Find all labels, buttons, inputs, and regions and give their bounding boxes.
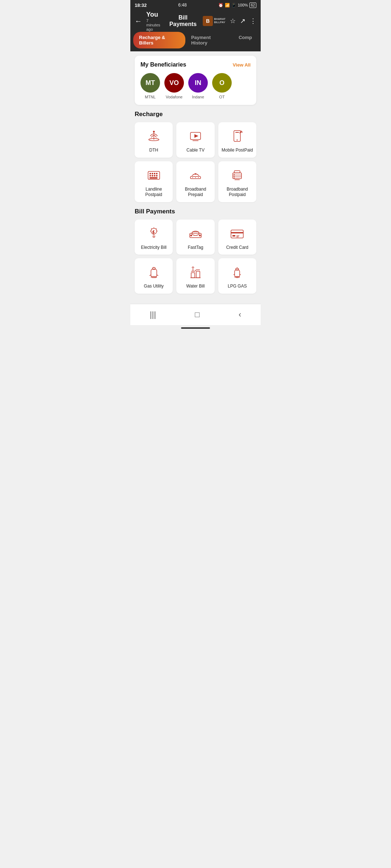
avatar-other: O <box>212 73 232 93</box>
battery-percent: 100% <box>238 3 248 7</box>
star-icon[interactable]: ☆ <box>230 17 236 25</box>
waterbill-icon <box>188 264 203 280</box>
bharat-b-icon: B <box>203 16 213 26</box>
beneficiary-name-vodafone: Vodafone <box>166 95 183 99</box>
dth-icon <box>146 128 162 144</box>
beneficiary-other[interactable]: O OT <box>212 73 232 99</box>
svg-rect-14 <box>156 173 157 174</box>
bharat-text: BHARATBILLPAY <box>214 18 226 24</box>
recharge-cabletv[interactable]: Cable TV <box>176 122 214 158</box>
svg-rect-12 <box>152 173 153 174</box>
battery-box: 62 <box>249 3 256 8</box>
svg-rect-55 <box>151 269 157 277</box>
svg-point-7 <box>237 140 238 141</box>
bbpostpaid-label: Broadband Postpaid <box>221 187 253 198</box>
bottom-indicator <box>181 327 210 329</box>
user-name: You <box>146 11 163 18</box>
svg-marker-4 <box>194 134 198 138</box>
recharge-mobilepostpaid[interactable]: Mobile PostPaid <box>218 122 256 158</box>
billpayments-section-title: Bill Payments <box>135 208 256 215</box>
svg-rect-19 <box>150 177 157 179</box>
recharge-dth[interactable]: DTH <box>135 122 173 158</box>
svg-rect-69 <box>236 268 239 270</box>
recharge-landline[interactable]: Landline Postpaid <box>135 161 173 202</box>
landline-label: Landline Postpaid <box>138 187 170 198</box>
recharge-bbpostpaid[interactable]: Broadband Postpaid <box>218 161 256 202</box>
svg-rect-18 <box>156 175 157 176</box>
svg-rect-56 <box>152 268 155 269</box>
bbpostpaid-icon <box>229 167 245 183</box>
billpay-electricity[interactable]: Electricity Bill <box>135 220 173 255</box>
beneficiary-vodafone[interactable]: VO Vodafone <box>164 73 184 99</box>
billpay-waterbill[interactable]: Water Bill <box>176 258 214 294</box>
svg-rect-52 <box>232 235 235 237</box>
tab-comp[interactable]: Comp <box>233 32 258 48</box>
bottom-nav: ||| □ ‹ <box>130 304 261 325</box>
cabletv-icon <box>188 128 203 144</box>
lpggas-icon <box>229 264 245 280</box>
svg-point-2 <box>153 131 155 133</box>
header-actions: B BHARATBILLPAY ☆ ↗ ⋮ <box>203 16 256 26</box>
svg-rect-62 <box>196 271 200 278</box>
recharge-bbprepaid[interactable]: Broadband Prepaid <box>176 161 214 202</box>
user-time: 7 minutes ago <box>146 18 163 31</box>
waterbill-label: Water Bill <box>186 284 205 289</box>
alarm-icon: ⏰ <box>218 3 223 8</box>
billpayments-grid: Electricity Bill FastTag <box>135 220 256 294</box>
tabs: Recharge & Billers Payment History Comp <box>130 32 261 51</box>
svg-line-39 <box>151 228 152 229</box>
svg-rect-17 <box>154 175 155 176</box>
svg-rect-15 <box>150 175 151 176</box>
lpggas-label: LPG GAS <box>228 284 247 289</box>
mobilepostpaid-icon <box>229 128 245 144</box>
svg-line-64 <box>195 270 196 271</box>
svg-point-46 <box>190 234 192 236</box>
bottom-home-button[interactable]: □ <box>189 309 205 321</box>
avatar-indane: IN <box>188 73 208 93</box>
tab-payment-history[interactable]: Payment History <box>185 32 233 48</box>
svg-point-25 <box>198 177 199 178</box>
cabletv-label: Cable TV <box>186 148 205 153</box>
gasutility-icon <box>146 264 162 280</box>
header: ← You 7 minutes ago Bill Payments B BHAR… <box>130 10 261 32</box>
avatar-vodafone: VO <box>164 73 184 93</box>
tab-recharge-billers[interactable]: Recharge & Billers <box>133 32 185 48</box>
billpay-fasttag[interactable]: FastTag <box>176 220 214 255</box>
beneficiary-mtnl[interactable]: MT MTNL <box>140 73 160 99</box>
header-user: You 7 minutes ago <box>146 11 163 31</box>
beneficiary-name-indane: Indane <box>192 95 204 99</box>
svg-point-33 <box>234 177 235 178</box>
svg-point-47 <box>199 234 201 236</box>
beneficiary-indane[interactable]: IN Indane <box>188 73 208 99</box>
beneficiaries-title: My Beneficiaries <box>140 61 186 68</box>
recharge-section-title: Recharge <box>135 111 256 118</box>
landline-icon <box>146 167 162 183</box>
gasutility-label: Gas Utility <box>144 284 164 289</box>
status-time: 18:32 <box>135 3 147 8</box>
signal-icon: 📱 <box>231 3 236 8</box>
content: My Beneficiaries View All MT MTNL VO Vod… <box>130 51 261 304</box>
page-title: Bill Payments <box>166 14 200 27</box>
mobilepostpaid-label: Mobile PostPaid <box>222 148 253 153</box>
status-right: ⏰ 📶 📱 100% 62 <box>218 3 256 8</box>
billpay-lpggas[interactable]: LPG GAS <box>218 258 256 294</box>
status-bar: 18:32 6:48 ⏰ 📶 📱 100% 62 <box>130 0 261 10</box>
svg-rect-16 <box>152 175 153 176</box>
bottom-menu-button[interactable]: ||| <box>144 309 162 321</box>
svg-point-32 <box>234 175 235 176</box>
svg-rect-11 <box>150 173 151 174</box>
fasttag-icon <box>188 225 203 241</box>
bottom-back-button[interactable]: ‹ <box>233 309 247 321</box>
svg-point-21 <box>195 173 196 175</box>
svg-rect-29 <box>234 171 240 173</box>
more-icon[interactable]: ⋮ <box>250 17 256 25</box>
back-button[interactable]: ← <box>135 17 142 25</box>
view-all-button[interactable]: View All <box>233 62 251 68</box>
creditcard-label: Credit Card <box>226 245 248 251</box>
status-center-time: 6:48 <box>178 3 186 8</box>
share-icon[interactable]: ↗ <box>240 17 245 25</box>
billpay-creditcard[interactable]: Credit Card <box>218 220 256 255</box>
beneficiaries-card: My Beneficiaries View All MT MTNL VO Vod… <box>135 56 256 105</box>
billpay-gasutility[interactable]: Gas Utility <box>135 258 173 294</box>
creditcard-icon <box>229 225 245 241</box>
